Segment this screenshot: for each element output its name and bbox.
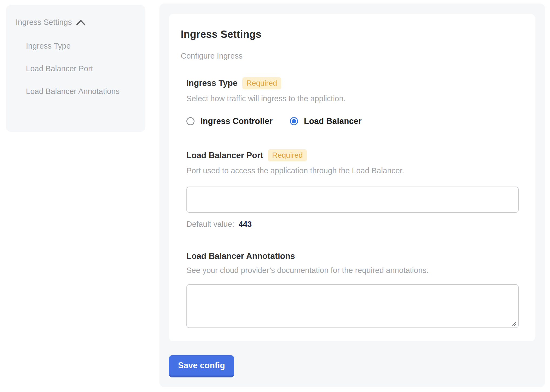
ingress-type-radio-group: Ingress Controller Load Balancer [186, 116, 519, 126]
sidebar-group-ingress-settings[interactable]: Ingress Settings [16, 17, 135, 27]
radio-selected-icon[interactable] [290, 117, 298, 125]
sidebar-item-load-balancer-port[interactable]: Load Balancer Port [26, 61, 135, 76]
chevron-up-icon [76, 19, 85, 25]
page-subtitle: Configure Ingress [181, 52, 519, 60]
sidebar-group-label: Ingress Settings [16, 17, 72, 27]
main-panel: Ingress Settings Configure Ingress Ingre… [159, 4, 545, 387]
page-title: Ingress Settings [181, 29, 519, 40]
sidebar-item-list: Ingress Type Load Balancer Port Load Bal… [16, 38, 135, 99]
lb-port-label: Load Balancer Port [186, 151, 263, 160]
ingress-settings-card: Ingress Settings Configure Ingress Ingre… [169, 14, 535, 341]
radio-unselected-icon[interactable] [186, 117, 194, 125]
default-value: 443 [239, 220, 251, 228]
ingress-type-description: Select how traffic will ingress to the a… [186, 93, 519, 104]
section-ingress-type: Ingress Type Required Select how traffic… [186, 77, 519, 126]
default-value-label: Default value: [186, 220, 234, 228]
required-badge: Required [268, 149, 307, 161]
section-load-balancer-annotations: Load Balancer Annotations See your cloud… [186, 251, 519, 328]
lb-annotations-textarea[interactable] [186, 284, 519, 328]
lb-annotations-label: Load Balancer Annotations [186, 251, 295, 261]
radio-option-load-balancer[interactable]: Load Balancer [290, 116, 362, 126]
lb-annotations-description: See your cloud provider’s documentation … [186, 265, 519, 276]
section-load-balancer-port: Load Balancer Port Required Port used to… [186, 149, 519, 228]
lb-port-default-row: Default value: 443 [186, 220, 519, 229]
radio-label-ingress-controller: Ingress Controller [200, 116, 273, 126]
lb-port-input[interactable] [186, 187, 519, 213]
required-badge: Required [242, 77, 281, 89]
lb-port-description: Port used to access the application thro… [186, 165, 519, 176]
save-config-button[interactable]: Save config [169, 355, 234, 377]
sidebar-item-load-balancer-annotations[interactable]: Load Balancer Annotations [26, 83, 135, 99]
sidebar-item-ingress-type[interactable]: Ingress Type [26, 38, 135, 54]
settings-sidebar: Ingress Settings Ingress Type Load Balan… [6, 5, 145, 132]
radio-option-ingress-controller[interactable]: Ingress Controller [186, 116, 273, 126]
page: Ingress Settings Ingress Type Load Balan… [0, 0, 550, 392]
radio-label-load-balancer: Load Balancer [304, 116, 362, 126]
ingress-type-label: Ingress Type [186, 78, 237, 88]
